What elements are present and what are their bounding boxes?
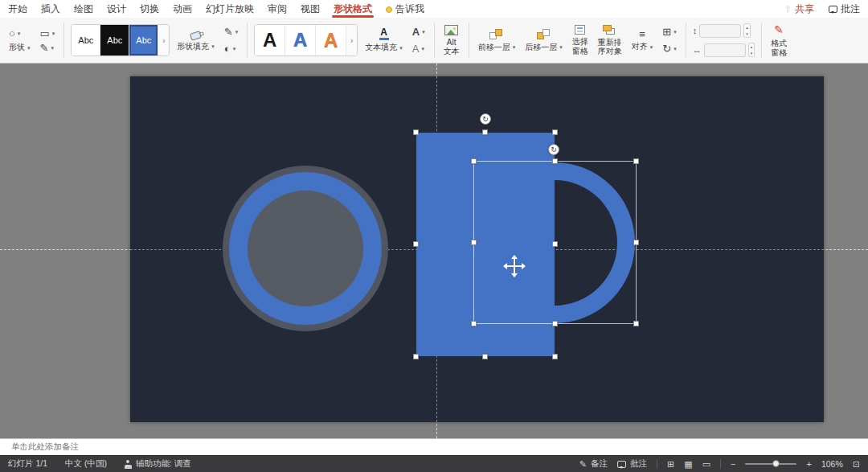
tab-insert[interactable]: 插入 xyxy=(41,0,60,18)
height-stepper[interactable]: ▴ ▾ xyxy=(743,23,751,38)
text-effects-icon: A xyxy=(412,43,420,54)
alt-text-image-icon xyxy=(444,25,458,35)
shape-style-white[interactable]: Abc xyxy=(72,25,100,55)
selection-handle[interactable] xyxy=(471,240,477,245)
shape-effects-button[interactable]: ◐ ▾ xyxy=(222,43,240,55)
send-backward-button[interactable]: 后移一层 ▾ xyxy=(522,28,565,53)
rectangle-shape-button[interactable]: ▭ ▾ xyxy=(38,27,58,39)
step-up-icon[interactable]: ▴ xyxy=(749,43,755,50)
shape-fill-label: 形状填充 xyxy=(177,42,209,51)
height-icon: ↕ xyxy=(693,27,698,35)
comments-button[interactable]: 批注 xyxy=(829,2,860,16)
selection-handle[interactable] xyxy=(482,129,488,135)
rectangle-shape[interactable] xyxy=(416,133,555,356)
selection-pane-button[interactable]: 选择 窗格 xyxy=(570,24,591,56)
send-backward-label: 后移一层 xyxy=(525,43,557,52)
width-stepper[interactable]: ▴ ▾ xyxy=(748,43,755,57)
align-button[interactable]: ≡ 对齐 ▾ xyxy=(629,28,656,52)
language-indicator[interactable]: 中文 (中国) xyxy=(65,458,107,470)
tab-home[interactable]: 开始 xyxy=(8,0,27,18)
tab-shape-format[interactable]: 形状格式 xyxy=(334,0,372,18)
normal-view-button[interactable]: ⊞ xyxy=(667,460,674,469)
shape-fill-button[interactable]: 形状填充 ▾ xyxy=(174,29,217,52)
rotate-icon: ↻ xyxy=(482,115,489,123)
bring-forward-label: 前移一层 xyxy=(478,43,510,52)
selection-handle[interactable] xyxy=(471,158,477,164)
format-pane-button[interactable]: ✎ 格式 窗格 xyxy=(768,23,789,58)
rotate-objects-button[interactable]: ↻ ▾ xyxy=(660,43,678,55)
accessibility-status[interactable]: 辅助功能: 调查 xyxy=(125,458,191,470)
selection-handle[interactable] xyxy=(552,241,558,247)
selection-handle[interactable] xyxy=(482,354,488,359)
ribbon-separator xyxy=(761,23,762,58)
step-down-icon[interactable]: ▾ xyxy=(744,31,750,37)
shapes-dropdown[interactable]: 形状 ▾ xyxy=(6,42,33,53)
zoom-slider-knob[interactable] xyxy=(772,460,780,467)
selection-handle[interactable] xyxy=(552,321,558,326)
share-label: 共享 xyxy=(795,2,814,16)
zoom-out-button[interactable]: − xyxy=(731,460,735,469)
tab-draw[interactable]: 绘图 xyxy=(74,0,93,18)
selection-handle[interactable] xyxy=(413,129,419,135)
wordart-style-black[interactable]: A xyxy=(255,25,285,55)
text-effects-button[interactable]: A ▾ xyxy=(410,43,428,55)
chevron-down-icon: ▾ xyxy=(650,44,653,50)
text-outline-button[interactable]: A ▾ xyxy=(410,26,428,38)
shape-width-input[interactable] xyxy=(704,43,746,57)
wordart-style-orange[interactable]: A xyxy=(316,25,346,55)
shape-style-black[interactable]: Abc xyxy=(100,25,129,55)
selection-handle[interactable] xyxy=(552,129,558,135)
reading-view-button[interactable]: ▭ xyxy=(702,460,710,469)
share-button[interactable]: ⇧ 共享 xyxy=(784,2,814,16)
slide-sorter-view-button[interactable]: ▦ xyxy=(684,460,692,469)
ribbon: ○ ▾ ▭ ▾ 形状 ▾ ✎ ▾ Abc xyxy=(0,18,868,64)
tab-transitions[interactable]: 切换 xyxy=(140,0,159,18)
tab-slideshow[interactable]: 幻灯片放映 xyxy=(206,0,254,18)
selection-handle[interactable] xyxy=(633,158,639,164)
slide[interactable]: ↻ ↻ xyxy=(130,76,824,422)
tab-animations[interactable]: 动画 xyxy=(173,0,192,18)
selection-handle[interactable] xyxy=(413,354,419,359)
tab-view[interactable]: 视图 xyxy=(301,0,320,18)
text-fill-button[interactable]: A 文本填充 ▾ xyxy=(362,27,405,53)
step-up-icon[interactable]: ▴ xyxy=(744,24,750,31)
selection-handle[interactable] xyxy=(633,240,639,245)
oval-shape-button[interactable]: ○ ▾ xyxy=(6,27,33,39)
notes-toggle-label: 备注 xyxy=(591,458,608,470)
zoom-level[interactable]: 106% xyxy=(821,459,843,469)
notes-pane[interactable]: 单击此处添加备注 xyxy=(0,438,868,455)
step-down-icon[interactable]: ▾ xyxy=(749,50,755,56)
notes-toggle-button[interactable]: ✎ 备注 xyxy=(579,458,608,470)
selection-handle[interactable] xyxy=(471,321,477,326)
arrange-group: 前移一层 ▾ 后移一层 ▾ 选择 窗格 重新排 序对象 ≡ xyxy=(476,20,679,60)
wordart-gallery-expander[interactable]: › xyxy=(346,25,357,55)
circle-shape-left[interactable] xyxy=(223,166,388,331)
group-objects-button[interactable]: ⊞ ▾ xyxy=(660,26,678,38)
shape-style-blue-selected[interactable]: Abc xyxy=(129,25,158,55)
shape-style-gallery-expander[interactable]: › xyxy=(158,25,169,55)
rotate-handle[interactable]: ↻ xyxy=(548,144,559,155)
bring-forward-button[interactable]: 前移一层 ▾ xyxy=(476,28,518,53)
selection-handle[interactable] xyxy=(552,158,558,164)
zoom-in-button[interactable]: + xyxy=(806,460,811,469)
shape-height-input[interactable] xyxy=(699,24,741,38)
alt-text-button[interactable]: Alt 文本 xyxy=(441,24,462,57)
slide-canvas-area[interactable]: ↻ ↻ xyxy=(0,64,868,438)
reorder-objects-button[interactable]: 重新排 序对象 xyxy=(596,24,624,57)
tab-review[interactable]: 审阅 xyxy=(268,0,287,18)
zoom-slider[interactable] xyxy=(745,463,796,465)
tab-tell-me[interactable]: 告诉我 xyxy=(386,0,424,18)
selection-handle[interactable] xyxy=(552,354,558,359)
wordart-style-blue[interactable]: A xyxy=(285,25,316,55)
selection-handle[interactable] xyxy=(633,321,639,326)
selection-handle[interactable] xyxy=(413,241,419,247)
pen-tool-button[interactable]: ✎ ▾ xyxy=(38,42,58,54)
shape-outline-button[interactable]: ✎ ▾ xyxy=(222,26,240,38)
notes-placeholder[interactable]: 单击此处添加备注 xyxy=(11,441,79,453)
tab-design[interactable]: 设计 xyxy=(107,0,126,18)
status-bar: 幻灯片 1/1 中文 (中国) 辅助功能: 调查 ✎ 备注 批注 ⊞ ▦ ▭ − xyxy=(0,455,868,472)
rotate-handle[interactable]: ↻ xyxy=(480,113,491,125)
fit-to-window-button[interactable]: ⊡ xyxy=(853,460,860,469)
comments-toggle-button[interactable]: 批注 xyxy=(617,458,647,470)
wordart-styles-group: A A A › A 文本填充 ▾ A ▾ A xyxy=(254,20,427,60)
